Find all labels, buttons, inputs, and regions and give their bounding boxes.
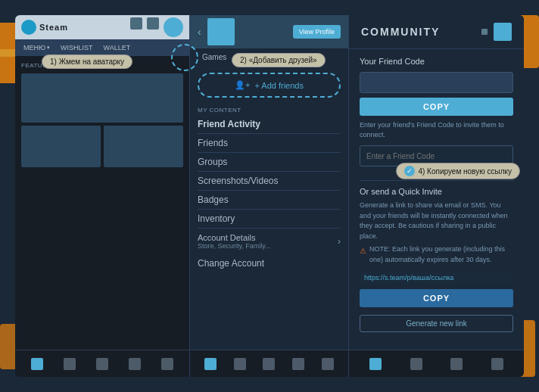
add-friends-button[interactable]: 👤+ + Add friends bbox=[198, 73, 341, 98]
community-content: Your Friend Code COPY Enter your friend'… bbox=[349, 49, 524, 350]
sidebar-item-badges[interactable]: Badges bbox=[198, 191, 341, 210]
chevron-down-icon: ▾ bbox=[47, 45, 50, 51]
profile-bottom-bar bbox=[190, 350, 348, 377]
profile-header: ‹ View Profile bbox=[190, 15, 348, 48]
featured-item-1 bbox=[21, 126, 101, 167]
account-details-chevron-icon: › bbox=[338, 236, 341, 247]
nav-wishlist-label: WISHLIST bbox=[61, 44, 93, 51]
community-library-icon[interactable] bbox=[410, 358, 422, 370]
community-notif-icon[interactable] bbox=[491, 358, 503, 370]
add-friends-icon: 👤+ bbox=[235, 80, 250, 90]
profile-library-icon[interactable] bbox=[234, 358, 246, 370]
view-profile-button[interactable]: View Profile bbox=[293, 25, 341, 39]
steam-header-icons bbox=[130, 17, 183, 37]
steam-client-panel: Steam МЕНЮ ▾ WISHLIST WALLET 1) Жмем на … bbox=[15, 15, 189, 377]
notifications-bottom-icon[interactable] bbox=[129, 358, 141, 370]
warning-icon: ⚠ bbox=[360, 245, 366, 257]
community-bottom-bar bbox=[349, 350, 524, 377]
profile-avatar bbox=[207, 18, 235, 45]
sidebar-item-friend-activity[interactable]: Friend Activity bbox=[198, 115, 341, 134]
friend-code-display[interactable] bbox=[360, 72, 513, 93]
steam-client-bottom-bar bbox=[15, 350, 189, 377]
profile-store-icon[interactable] bbox=[204, 358, 217, 370]
featured-item-main bbox=[21, 73, 183, 123]
profile-achievements-icon[interactable] bbox=[263, 358, 275, 370]
nav-wallet-label: WALLET bbox=[104, 44, 131, 51]
library-bottom-icon[interactable] bbox=[64, 358, 76, 370]
steam-logo: Steam bbox=[21, 20, 68, 35]
invite-link-url: https://s.team/p/ваша/ссылка bbox=[360, 271, 513, 285]
store-bottom-icon[interactable] bbox=[31, 358, 43, 370]
hamburger-bottom-icon[interactable] bbox=[161, 358, 173, 370]
community-avatar[interactable] bbox=[494, 23, 512, 41]
account-details-text: Account Details Store, Security, Family.… bbox=[198, 233, 271, 250]
generate-new-link-button[interactable]: Generate new link bbox=[360, 315, 513, 332]
annotation-add-friends: 2) «Добавить друзей» bbox=[232, 53, 326, 67]
sidebar-item-friends[interactable]: Friends bbox=[198, 134, 341, 153]
featured-item-2 bbox=[104, 126, 183, 167]
friend-code-helper: Enter your friend's Friend Code to invit… bbox=[360, 120, 513, 139]
annotation-4-text: 4) Копируем новую ссылку bbox=[418, 167, 512, 176]
divider bbox=[360, 180, 513, 181]
community-achievements-icon[interactable] bbox=[450, 358, 463, 370]
account-details-label: Account Details bbox=[198, 233, 271, 242]
quick-invite-title: Or send a Quick Invite bbox=[360, 187, 513, 196]
annotation-copy-link: ✓ 4) Копируем новую ссылку bbox=[396, 163, 520, 179]
quick-invite-description: Generate a link to share via email or SM… bbox=[360, 201, 513, 265]
menu-dots-icon[interactable] bbox=[147, 17, 159, 30]
steam-logo-text: Steam bbox=[39, 23, 68, 32]
my-content-label: MY CONTENT bbox=[190, 104, 348, 115]
invite-link-copy-button[interactable]: COPY bbox=[360, 289, 513, 307]
client-content: FEATURED & RECOMMENDED bbox=[15, 56, 189, 173]
avatar[interactable] bbox=[164, 17, 183, 37]
back-arrow-icon[interactable]: ‹ bbox=[198, 26, 201, 38]
sidebar-item-screenshots[interactable]: Screenshots/Videos bbox=[198, 172, 341, 191]
profile-menu-icon[interactable] bbox=[322, 358, 334, 370]
change-account-label: Change Account bbox=[198, 258, 264, 269]
quick-invite-notice: ⚠ NOTE: Each link you generate (includin… bbox=[360, 244, 513, 265]
main-container: Steam МЕНЮ ▾ WISHLIST WALLET 1) Жмем на … bbox=[15, 15, 524, 377]
nav-wallet[interactable]: WALLET bbox=[101, 42, 133, 53]
achievements-bottom-icon[interactable] bbox=[96, 358, 108, 370]
community-panel: COMMUNITY Your Friend Code COPY Enter yo… bbox=[348, 15, 524, 377]
quick-invite-desc-text: Generate a link to share via email or SM… bbox=[360, 201, 508, 240]
tab-games[interactable]: Games bbox=[198, 51, 231, 64]
sidebar-item-inventory[interactable]: Inventory bbox=[198, 210, 341, 229]
nav-wishlist[interactable]: WISHLIST bbox=[58, 42, 95, 53]
steam-logo-icon bbox=[21, 20, 36, 35]
friend-code-label: Your Friend Code bbox=[360, 57, 513, 66]
sidebar-item-groups[interactable]: Groups bbox=[198, 153, 341, 172]
account-details-item[interactable]: Account Details Store, Security, Family.… bbox=[190, 229, 348, 254]
steam-header: Steam bbox=[15, 15, 189, 39]
featured-grid bbox=[21, 73, 183, 167]
add-friends-label: + Add friends bbox=[254, 81, 304, 90]
search-icon[interactable] bbox=[130, 17, 142, 30]
community-header: COMMUNITY bbox=[349, 15, 524, 49]
profile-notif-icon[interactable] bbox=[292, 358, 304, 370]
community-store-icon[interactable] bbox=[369, 358, 382, 370]
community-dots-icon[interactable] bbox=[481, 29, 488, 35]
check-icon: ✓ bbox=[404, 166, 415, 176]
nav-menu-label: МЕНЮ bbox=[23, 44, 45, 51]
nav-menu[interactable]: МЕНЮ ▾ bbox=[21, 42, 52, 53]
sidebar-links: Friend Activity Friends Groups Screensho… bbox=[190, 115, 348, 229]
friend-code-copy-button[interactable]: COPY bbox=[360, 98, 513, 116]
annotation-click-avatar: 1) Жмем на аватарку bbox=[42, 54, 132, 69]
community-title: COMMUNITY bbox=[361, 26, 440, 38]
change-account-item[interactable]: Change Account bbox=[190, 254, 348, 272]
steam-nav: МЕНЮ ▾ WISHLIST WALLET bbox=[15, 39, 189, 56]
quick-invite-note: NOTE: Each link you generate (including … bbox=[369, 244, 513, 265]
community-header-right bbox=[481, 23, 512, 41]
profile-panel: ‹ View Profile 2) «Добавить друзей» Game… bbox=[189, 15, 348, 377]
account-details-sub: Store, Security, Family... bbox=[198, 242, 271, 250]
